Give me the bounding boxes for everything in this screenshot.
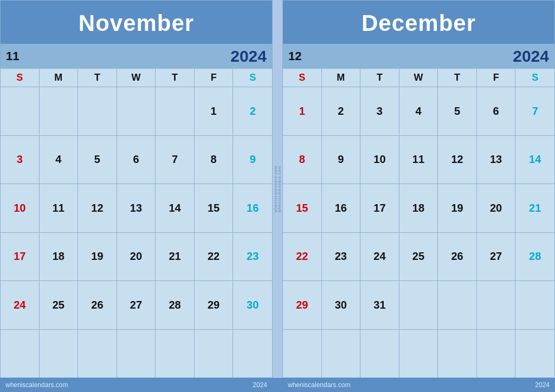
nov-w1-d7: 2 — [233, 87, 272, 135]
nov-w1-d3 — [78, 87, 117, 135]
nov-w2-d4: 6 — [117, 136, 156, 184]
nov-header-fri: F — [195, 69, 234, 87]
dec-w3-d5: 19 — [438, 184, 477, 232]
december-subheader: 12 2024 — [283, 44, 554, 69]
months-row: November 11 2024 S M T W T F S — [0, 0, 555, 378]
dec-w2-d1: 8 — [283, 136, 322, 184]
dec-w4-d3: 24 — [360, 233, 399, 281]
nov-w6-d4 — [117, 330, 156, 378]
nov-w2-d6: 8 — [195, 136, 234, 184]
nov-w1-d4 — [117, 87, 156, 135]
dec-w3-d7: 21 — [515, 184, 554, 232]
nov-w5-d6: 29 — [195, 281, 234, 329]
watermark-right: wheniscalendars.com — [278, 166, 281, 212]
nov-header-sun: S — [1, 69, 40, 87]
dec-header-fri: F — [477, 69, 516, 87]
december-title: December — [283, 1, 554, 44]
nov-w1-d6: 1 — [195, 87, 234, 135]
dec-w3-d1: 15 — [283, 184, 322, 232]
nov-w4-d6: 22 — [195, 233, 234, 281]
dec-week-1: 1 2 3 4 5 6 7 — [283, 87, 554, 136]
nov-w3-d5: 14 — [156, 184, 195, 232]
december-number: 12 — [288, 49, 301, 63]
nov-w1-d1 — [1, 87, 40, 135]
nov-week-6 — [1, 330, 272, 378]
nov-w6-d5 — [156, 330, 195, 378]
dec-w1-d3: 3 — [360, 87, 399, 135]
nov-w4-d3: 19 — [78, 233, 117, 281]
nov-header-tue: T — [78, 69, 117, 87]
nov-w3-d2: 11 — [40, 184, 79, 232]
nov-w6-d6 — [195, 330, 234, 378]
dec-w6-d3 — [360, 330, 399, 378]
nov-w2-d5: 7 — [156, 136, 195, 184]
dec-w1-d2: 2 — [322, 87, 361, 135]
dec-w6-d2 — [322, 330, 361, 378]
center-divider: wheniscalendars.com wheniscalendars.com — [273, 0, 282, 378]
nov-w5-d7: 30 — [233, 281, 272, 329]
nov-w2-d3: 5 — [78, 136, 117, 184]
nov-w5-d3: 26 — [78, 281, 117, 329]
nov-w6-d2 — [40, 330, 79, 378]
nov-week-5: 24 25 26 27 28 29 30 — [1, 281, 272, 330]
dec-header-wed: W — [399, 69, 438, 87]
nov-w1-d2 — [40, 87, 79, 135]
dec-w2-d7: 14 — [515, 136, 554, 184]
nov-w4-d7: 23 — [233, 233, 272, 281]
november-day-headers: S M T W T F S — [1, 69, 272, 87]
nov-w3-d4: 13 — [117, 184, 156, 232]
november-container: November 11 2024 S M T W T F S — [0, 0, 273, 378]
december-grid: S M T W T F S 1 2 3 4 5 6 — [283, 69, 554, 377]
dec-week-3: 15 16 17 18 19 20 21 — [283, 184, 554, 233]
dec-w1-d1: 1 — [283, 87, 322, 135]
dec-w4-d6: 27 — [477, 233, 516, 281]
dec-w5-d5 — [438, 281, 477, 329]
dec-w2-d5: 12 — [438, 136, 477, 184]
nov-w5-d5: 28 — [156, 281, 195, 329]
dec-w2-d4: 11 — [399, 136, 438, 184]
dec-week-6 — [283, 330, 554, 378]
december-container: December 12 2024 S M T W T F S 1 — [282, 0, 555, 378]
nov-w1-d5 — [156, 87, 195, 135]
dec-week-4: 22 23 24 25 26 27 28 — [283, 233, 554, 282]
nov-w5-d1: 24 — [1, 281, 40, 329]
footer-dec: wheniscalendars.com 2024 — [282, 378, 555, 392]
nov-w4-d2: 18 — [40, 233, 79, 281]
dec-w1-d7: 7 — [515, 87, 554, 135]
dec-w6-d1 — [283, 330, 322, 378]
dec-w5-d6 — [477, 281, 516, 329]
nov-w5-d4: 27 — [117, 281, 156, 329]
nov-header-wed: W — [117, 69, 156, 87]
nov-w3-d3: 12 — [78, 184, 117, 232]
dec-w1-d4: 4 — [399, 87, 438, 135]
dec-w1-d5: 5 — [438, 87, 477, 135]
dec-w6-d7 — [515, 330, 554, 378]
dec-w5-d4 — [399, 281, 438, 329]
nov-w6-d7 — [233, 330, 272, 378]
december-day-headers: S M T W T F S — [283, 69, 554, 87]
dec-w2-d6: 13 — [477, 136, 516, 184]
nov-header-sat: S — [233, 69, 272, 87]
november-grid: S M T W T F S 1 — [1, 69, 272, 377]
footer-divider — [273, 378, 282, 392]
december-weeks: 1 2 3 4 5 6 7 8 9 10 11 12 — [283, 87, 554, 377]
dec-w3-d3: 17 — [360, 184, 399, 232]
dec-header-tue: T — [360, 69, 399, 87]
nov-week-4: 17 18 19 20 21 22 23 — [1, 233, 272, 282]
footer-nov: wheniscalendars.com 2024 — [0, 378, 273, 392]
watermark-left: wheniscalendars.com — [274, 166, 278, 212]
nov-w2-d2: 4 — [40, 136, 79, 184]
dec-header-thu: T — [438, 69, 477, 87]
footer-dec-year: 2024 — [535, 381, 550, 389]
dec-w4-d4: 25 — [399, 233, 438, 281]
dec-w6-d4 — [399, 330, 438, 378]
dec-w3-d6: 20 — [477, 184, 516, 232]
nov-week-2: 3 4 5 6 7 8 9 — [1, 136, 272, 185]
calendar-wrapper: November 11 2024 S M T W T F S — [0, 0, 555, 392]
dec-w5-d1: 29 — [283, 281, 322, 329]
dec-week-2: 8 9 10 11 12 13 14 — [283, 136, 554, 185]
dec-week-5: 29 30 31 — [283, 281, 554, 330]
nov-w4-d1: 17 — [1, 233, 40, 281]
dec-w3-d4: 18 — [399, 184, 438, 232]
december-year: 2024 — [513, 47, 549, 66]
